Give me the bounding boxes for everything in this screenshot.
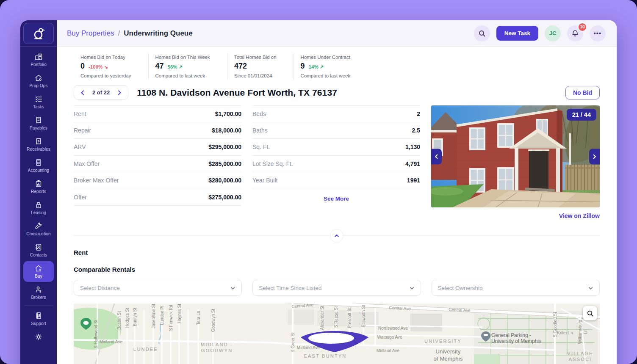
select-placeholder: Select Ownership (438, 285, 483, 291)
search-button[interactable] (474, 25, 490, 41)
table-row: Sq. Ft.1,130 (252, 139, 420, 156)
stat-value: 0 (80, 62, 85, 71)
sidebar-item-settings[interactable] (23, 330, 54, 345)
row-label: Lot Size Sq. Ft. (252, 160, 293, 167)
map-search-button[interactable] (583, 306, 597, 320)
sidebar-item-label: Tasks (33, 105, 44, 109)
sidebar-item-portfolio[interactable]: Portfolio (23, 50, 54, 70)
clipboard-chart-icon (34, 179, 43, 188)
sidebar-item-label: Leasing (31, 210, 46, 215)
map-label: S Greer St (290, 332, 296, 352)
sidebar-item-accounting[interactable]: Accounting (23, 155, 54, 176)
stats-row: Homes Bid on Today 0 -100% ↘ Compared to… (74, 53, 600, 80)
notifications: 10 (567, 25, 583, 41)
map-label: S Reese St (333, 306, 339, 328)
chevron-down-icon (588, 285, 593, 291)
sidebar-item-label: Accounting (28, 168, 49, 173)
house-dollar-icon: $ (34, 264, 43, 273)
sidebar-item-payables[interactable]: Payables (23, 113, 54, 134)
select-placeholder: Select Time Since Listed (259, 285, 321, 291)
photo-prev-button[interactable] (431, 149, 442, 164)
content-area: Homes Bid on Today 0 -100% ↘ Compared to… (57, 47, 617, 364)
checklist-icon (34, 95, 43, 103)
row-value: $280,000.00 (208, 177, 241, 184)
sidebar-item-label: Contacts (30, 253, 47, 257)
property-photo[interactable]: 21 / 44 (431, 105, 600, 207)
map-label: Boston St (116, 311, 122, 329)
pager-position: 2 of 22 (92, 89, 110, 96)
comparables-map[interactable]: LUNDEEMIDLAND - GOODWYNEAST BUNTYNUNIVER… (74, 303, 600, 364)
lock-icon (34, 201, 43, 209)
sidebar: Portfolio Prop Ops Tasks Payables (20, 20, 57, 364)
breadcrumb-section[interactable]: Buy Properties (67, 29, 114, 38)
sidebar-item-prop-ops[interactable]: Prop Ops (23, 71, 54, 91)
select-distance-dropdown[interactable]: Select Distance (74, 280, 242, 296)
map-label: Midland Ave (377, 348, 399, 353)
sidebar-item-tasks[interactable]: Tasks (23, 92, 54, 113)
top-header: Buy Properties / Underwriting Queue New … (57, 20, 617, 47)
sidebar-item-label: Construction (26, 232, 50, 236)
map-label: S Goodlett St (552, 312, 558, 337)
map-label: Lundee Pl (159, 306, 165, 325)
map-label: Haynes St (177, 304, 182, 323)
no-bid-button[interactable]: No Bid (565, 86, 600, 99)
sidebar-item-buy[interactable]: $ Buy (23, 261, 54, 282)
receipt-icon (34, 116, 43, 124)
table-row: Broker Max Offer$280,000.00 (74, 172, 241, 189)
stat-label: Homes Bid on Today (80, 55, 131, 60)
map-label: EAST BUNTYN (304, 353, 346, 359)
chevron-left-icon (434, 154, 439, 159)
row-value: 2.5 (412, 127, 420, 134)
stat-delta: -100% ↘ (89, 64, 108, 70)
stat-total-homes-bid: Total Homes Bid on 472 Since 01/01/2024 (227, 53, 294, 80)
photo-next-button[interactable] (589, 149, 600, 164)
map-label: UNIVERSITY (424, 338, 462, 344)
user-avatar[interactable]: JC (545, 25, 561, 41)
see-more-link[interactable]: See More (252, 196, 420, 202)
sidebar-item-reports[interactable]: Reports (23, 176, 54, 197)
svg-text:$: $ (39, 268, 42, 272)
sidebar-item-brokers[interactable]: $ Brokers (23, 282, 54, 303)
select-time-since-listed-dropdown[interactable]: Select Time Since Listed (252, 280, 421, 296)
sidebar-item-receivables[interactable]: $ Receivables (23, 134, 54, 155)
new-task-button[interactable]: New Task (496, 26, 538, 41)
map-label: S Fenwick Rd (168, 305, 174, 331)
app-window: Portfolio Prop Ops Tasks Payables (20, 20, 617, 364)
sidebar-item-contacts[interactable]: Contacts (23, 240, 54, 261)
more-menu-button[interactable]: ••• (590, 25, 606, 41)
row-value: $285,000.00 (208, 160, 241, 167)
row-label: Offer (74, 194, 87, 201)
map-label: Prescott St (347, 308, 352, 328)
chevron-down-icon (230, 285, 235, 291)
app-logo[interactable] (23, 23, 54, 44)
row-label: Broker Max Offer (74, 177, 119, 184)
map-label: Central Ave (389, 305, 411, 312)
select-ownership-dropdown[interactable]: Select Ownership (432, 280, 600, 296)
photo-counter-badge: 21 / 44 (567, 109, 596, 121)
table-row: Repair$18,000.00 (74, 122, 241, 139)
stat-value: 47 (155, 62, 164, 71)
row-value: $1,700.00 (215, 110, 241, 117)
map-label: Alexander St (319, 306, 325, 330)
stat-label: Homes Bid on This Week (155, 55, 210, 60)
calculator-icon (34, 158, 43, 167)
collapse-button[interactable] (330, 229, 343, 243)
map-label: Central Ave (291, 303, 313, 309)
view-on-zillow-link[interactable]: View on Zillow (559, 212, 600, 219)
property-pager: 2 of 22 (74, 85, 128, 100)
duck-logo-icon (31, 26, 46, 41)
sidebar-item-support[interactable]: Support (23, 309, 54, 329)
sidebar-item-leasing[interactable]: Leasing (23, 198, 54, 218)
photo-column: 21 / 44 View on Zillow (431, 105, 600, 219)
svg-text:$: $ (38, 139, 40, 143)
row-value: $18,000.00 (212, 127, 241, 134)
stat-subtext: Since 01/01/2024 (234, 73, 277, 78)
pager-next-button[interactable] (116, 90, 122, 96)
pager-prev-button[interactable] (80, 90, 86, 96)
section-divider (74, 235, 600, 236)
stat-subtext: Compared to yesterday (80, 73, 131, 78)
map-label: LUNDEE (133, 346, 158, 352)
sidebar-item-construction[interactable]: Construction (23, 219, 54, 240)
map-label: Josephine St (151, 304, 156, 328)
select-placeholder: Select Distance (80, 285, 120, 291)
